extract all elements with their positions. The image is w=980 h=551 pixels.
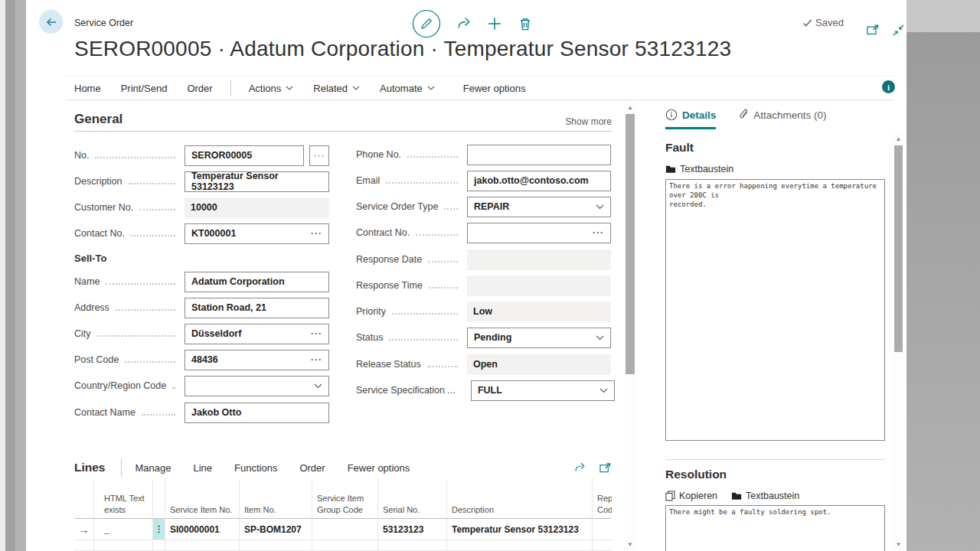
main-scrollbar[interactable]: ▲ ▼ (624, 100, 636, 551)
lookup-ellipsis-icon[interactable]: ··· (311, 354, 322, 365)
lines-menu-fewer-options[interactable]: Fewer options (348, 462, 410, 474)
field-contact-no: Contact No. KT000001 ··· (74, 223, 329, 243)
phone-no-input[interactable] (467, 145, 611, 165)
field-contract-no: Contract No. ··· (356, 223, 611, 243)
lookup-ellipsis-icon[interactable]: ··· (311, 228, 322, 239)
post-code-input[interactable]: 48436 ··· (185, 350, 329, 370)
cell-service-item-group-code[interactable] (312, 519, 378, 540)
no-input[interactable]: SEROR00005 (185, 145, 304, 166)
menu-automate[interactable]: Automate (380, 83, 435, 94)
cell-service-item-no[interactable]: SI00000001 (165, 519, 240, 540)
name-input[interactable]: Adatum Corporation (185, 272, 329, 292)
country-region-select[interactable] (185, 376, 329, 396)
contact-no-input[interactable]: KT000001 ··· (185, 223, 329, 244)
header-row-options-col (153, 479, 165, 518)
background-strip (0, 0, 5, 551)
details-scrollbar-thumb[interactable] (894, 145, 903, 352)
tab-details[interactable]: Details (665, 109, 716, 129)
resolution-actions: Kopieren Textbaustein (665, 491, 799, 501)
menu-home[interactable]: Home (74, 83, 101, 94)
row-options-icon[interactable]: ⋮ (153, 519, 165, 540)
fault-textbaustein-action[interactable]: Textbaustein (665, 164, 733, 174)
menu-order[interactable]: Order (187, 83, 212, 94)
field-address: Address Station Road, 21 (74, 298, 329, 318)
header-service-item-group-code[interactable]: Service Item Group Code (312, 479, 378, 518)
lookup-ellipsis-icon[interactable]: ··· (311, 328, 322, 339)
table-row-empty[interactable] (74, 540, 612, 551)
lines-menu-order[interactable]: Order (299, 462, 325, 474)
cell-description[interactable]: Temperatur Sensor 53123123 (447, 519, 593, 540)
resolution-heading: Resolution (665, 468, 727, 481)
cell-repair-code[interactable] (593, 519, 612, 540)
edit-icon[interactable] (412, 9, 441, 38)
info-outline-icon (665, 109, 678, 121)
description-input[interactable]: Temperatur Sensor 53123123 (185, 171, 329, 192)
menu-fewer-options[interactable]: Fewer options (463, 83, 526, 94)
menu-related[interactable]: Related (313, 83, 360, 94)
field-phone-no: Phone No. (356, 145, 611, 165)
service-specification-select[interactable]: FULL (471, 380, 615, 401)
lines-menu-functions[interactable]: Functions (234, 462, 277, 474)
resolution-kopieren-action[interactable]: Kopieren (665, 491, 717, 501)
header-serial-no[interactable]: Serial No. (378, 479, 447, 518)
lines-toolbar: Lines Manage Line Functions Order Fewer … (74, 457, 612, 478)
tab-attachments[interactable]: Attachments (0) (739, 109, 826, 129)
lines-menu-line[interactable]: Line (193, 462, 212, 474)
scroll-up-icon[interactable]: ▲ (624, 102, 636, 112)
folder-icon (731, 491, 742, 500)
table-header-row: HTML Text exists Service Item No. Item N… (74, 479, 612, 519)
header-item-no[interactable]: Item No. (240, 479, 312, 518)
back-button[interactable] (39, 10, 63, 34)
resolution-textarea[interactable]: There might be a faulty soldering spot. (665, 505, 885, 551)
cell-html-text-exists[interactable]: _ (94, 519, 153, 540)
details-separator (665, 459, 885, 460)
delete-icon[interactable] (518, 16, 533, 31)
details-scrollbar[interactable]: ▲ ▼ (893, 132, 904, 551)
lines-menu-manage[interactable]: Manage (135, 462, 171, 474)
field-status: Status Pending (356, 328, 611, 347)
email-input[interactable]: jakob.otto@contoso.com (467, 171, 611, 191)
fault-actions: Textbaustein (665, 164, 733, 174)
lines-share-icon[interactable] (573, 461, 586, 474)
resolution-textbaustein-action[interactable]: Textbaustein (731, 491, 799, 501)
header-service-item-no[interactable]: Service Item No. (165, 479, 240, 518)
header-html-text-exists[interactable]: HTML Text exists (94, 479, 153, 518)
collapse-icon[interactable] (892, 24, 905, 37)
info-icon[interactable]: i (882, 80, 895, 93)
main-scrollbar-thumb[interactable] (626, 114, 635, 374)
scroll-down-icon[interactable]: ▼ (624, 539, 636, 549)
cell-item-no[interactable]: SP-BOM1207 (240, 519, 312, 540)
new-icon[interactable] (487, 16, 502, 31)
header-description[interactable]: Description (447, 479, 593, 518)
address-input[interactable]: Station Road, 21 (185, 298, 329, 318)
field-response-time: Response Time (356, 276, 611, 295)
service-order-type-select[interactable]: REPAIR (467, 197, 611, 217)
menu-print-send[interactable]: Print/Send (121, 83, 168, 94)
status-select[interactable]: Pending (467, 328, 611, 348)
chevron-down-icon (596, 204, 604, 210)
fault-textarea[interactable]: There is a error happening everytime a t… (665, 179, 885, 441)
scroll-down-icon[interactable]: ▼ (893, 539, 904, 549)
lines-heading: Lines (74, 461, 105, 474)
current-row-arrow-icon: → (74, 519, 94, 540)
table-row[interactable]: → _ ⋮ SI00000001 SP-BOM1207 53123123 Tem… (74, 519, 612, 540)
lookup-ellipsis-icon[interactable]: ··· (593, 227, 604, 238)
page-title: SEROR00005 · Adatum Corporation · Temper… (74, 37, 731, 61)
header-repair-code[interactable]: Repair Code (593, 479, 612, 518)
save-status: Saved (802, 17, 844, 28)
scroll-up-icon[interactable]: ▲ (893, 133, 904, 144)
lines-open-in-window-icon[interactable] (599, 461, 612, 474)
show-more-link[interactable]: Show more (565, 116, 612, 127)
open-in-window-icon[interactable] (866, 24, 880, 36)
no-assist-button[interactable]: ··· (309, 145, 329, 166)
cell-serial-no[interactable]: 53123123 (378, 519, 447, 540)
contact-name-input[interactable]: Jakob Otto (185, 403, 329, 423)
header-select-col (74, 479, 94, 518)
field-name: Name Adatum Corporation (74, 272, 329, 292)
share-icon[interactable] (456, 16, 472, 31)
dimmed-page-left-2 (15, 0, 26, 551)
ellipsis-icon: ··· (314, 150, 325, 161)
city-input[interactable]: Düsseldorf ··· (185, 324, 329, 344)
menu-actions[interactable]: Actions (249, 83, 294, 94)
contract-no-input[interactable]: ··· (467, 223, 611, 243)
